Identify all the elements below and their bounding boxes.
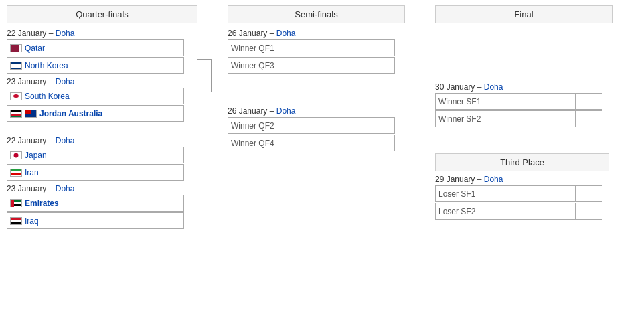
third-place-block: Third Place 29 January – Doha Loser SF1 … xyxy=(435,153,609,220)
sf2-block: 26 January – Doha Winner QF2 Winner QF4 xyxy=(228,106,405,152)
qf1-team2-score xyxy=(157,57,184,74)
sf2-team2-score xyxy=(368,135,395,151)
third-team2-score xyxy=(576,203,602,220)
sf2-team2-row: Winner QF4 xyxy=(228,135,405,151)
qf4-block: 23 January – Doha Emirates xyxy=(7,184,197,230)
sf-column: 26 January – Doha Winner QF1 Winner QF3 … xyxy=(228,29,405,155)
qf4-team1-name: Emirates xyxy=(25,199,59,208)
header-qf: Quarter-finals xyxy=(7,5,197,23)
sf1-team1-score xyxy=(368,39,395,56)
qf4-team1-row: Emirates xyxy=(7,195,197,212)
qf1-date: 22 January – Doha xyxy=(7,29,197,38)
sf2-date: 26 January – Doha xyxy=(228,106,405,116)
third-place-city-link[interactable]: Doha xyxy=(484,175,503,184)
third-team2-cell: Loser SF2 xyxy=(435,203,576,220)
final-team2-row: Winner SF2 xyxy=(435,110,609,127)
sf1-team1-cell: Winner QF1 xyxy=(228,39,368,56)
sf1-block: 26 January – Doha Winner QF1 Winner QF3 xyxy=(228,29,405,74)
qf2-block: 22 January – Doha Japan xyxy=(7,136,197,181)
third-team1-cell: Loser SF1 xyxy=(435,185,576,202)
qf3-team1-row: South Korea xyxy=(7,88,197,104)
flag-ae xyxy=(10,199,22,207)
qf4-date: 23 January – Doha xyxy=(7,184,197,193)
final-team2-score xyxy=(576,110,602,127)
final-team1-cell: Winner SF1 xyxy=(435,93,576,110)
qf2-team2-name: Iran xyxy=(25,168,39,177)
qf1-city-link[interactable]: Doha xyxy=(56,29,75,38)
third-place-label: Third Place xyxy=(435,153,609,171)
qf3-team2-cell: Jordan Australia xyxy=(7,105,157,122)
sf2-team2-cell: Winner QF4 xyxy=(228,135,368,151)
qf2-team1-score xyxy=(157,147,184,163)
final-team1-row: Winner SF1 xyxy=(435,93,609,110)
qf4-team2-name: Iraq xyxy=(25,216,39,226)
qf2-team1-name: Japan xyxy=(25,151,47,160)
connector-qf-sf-top xyxy=(197,42,228,129)
final-team2-cell: Winner SF2 xyxy=(435,110,576,127)
qf1-block: 22 January – Doha Qatar xyxy=(7,29,197,74)
qf4-team2-cell: Iraq xyxy=(7,212,157,229)
qf3-team1-score xyxy=(157,88,184,104)
qf2-team1-cell: Japan xyxy=(7,147,157,163)
third-team1-score xyxy=(576,185,602,202)
qf3-city-link[interactable]: Doha xyxy=(56,77,75,86)
qf1-team2-cell: North Korea xyxy=(7,57,157,74)
sf2-team1-row: Winner QF2 xyxy=(228,117,405,134)
qf2-team2-score xyxy=(157,164,184,181)
qf2-team2-cell: Iran xyxy=(7,164,157,181)
flag-nk xyxy=(10,62,22,70)
third-place-date: 29 January – Doha xyxy=(435,175,609,184)
qf3-team1-cell: South Korea xyxy=(7,88,157,104)
qf3-team2-row: Jordan Australia xyxy=(7,105,197,122)
sf1-team1-row: Winner QF1 xyxy=(228,39,405,56)
qf4-team2-row: Iraq xyxy=(7,212,197,229)
qf2-team2-row: Iran xyxy=(7,164,197,181)
qf3-team1-name: South Korea xyxy=(25,92,70,101)
qf1-team2-name: North Korea xyxy=(25,61,68,70)
qf1-team1-score xyxy=(157,39,184,56)
final-date: 30 January – Doha xyxy=(435,82,609,92)
qf3-team2-name: Jordan Australia xyxy=(39,109,102,118)
final-block: 30 January – Doha Winner SF1 Winner SF2 xyxy=(435,82,609,128)
sf1-city-link[interactable]: Doha xyxy=(276,29,296,38)
qf1-team1-name: Qatar xyxy=(25,44,45,53)
final-column: 30 January – Doha Winner SF1 Winner SF2 … xyxy=(435,29,609,220)
flag-ir xyxy=(10,169,22,177)
qf-column: 22 January – Doha Qatar xyxy=(7,29,197,232)
qf2-date: 22 January – Doha xyxy=(7,136,197,145)
flag-iq xyxy=(10,217,22,225)
final-city-link[interactable]: Doha xyxy=(484,82,503,92)
qf3-block: 23 January – Doha South Korea xyxy=(7,77,197,122)
sf1-date: 26 January – Doha xyxy=(228,29,405,38)
final-team1-score xyxy=(576,93,602,110)
sf1-team2-row: Winner QF3 xyxy=(228,57,405,74)
sf1-team2-cell: Winner QF3 xyxy=(228,57,368,74)
flag-jp xyxy=(10,151,22,159)
third-team2-row: Loser SF2 xyxy=(435,203,609,220)
qf2-city-link[interactable]: Doha xyxy=(56,136,75,145)
header-sf: Semi-finals xyxy=(228,5,405,23)
qf1-team1-row: Qatar xyxy=(7,39,197,56)
sf2-team1-score xyxy=(368,117,395,134)
connector-sf-final xyxy=(405,29,435,196)
flag-sk xyxy=(10,92,22,100)
qf4-team1-cell: Emirates xyxy=(7,195,157,212)
qf2-team1-row: Japan xyxy=(7,147,197,163)
qf1-team1-cell: Qatar xyxy=(7,39,157,56)
sf1-team2-score xyxy=(368,57,395,74)
flag-jo xyxy=(10,110,22,118)
header-final: Final xyxy=(435,5,613,23)
qf4-team1-score xyxy=(157,195,184,212)
qf1-team2-row: North Korea xyxy=(7,57,197,74)
flag-qa xyxy=(10,44,22,52)
qf3-team2-score xyxy=(157,105,184,122)
flag-au xyxy=(25,110,37,118)
qf4-team2-score xyxy=(157,212,184,229)
qf4-city-link[interactable]: Doha xyxy=(56,184,75,193)
sf2-city-link[interactable]: Doha xyxy=(276,106,296,116)
qf3-date: 23 January – Doha xyxy=(7,77,197,86)
sf2-team1-cell: Winner QF2 xyxy=(228,117,368,134)
third-team1-row: Loser SF1 xyxy=(435,185,609,202)
bracket-page: Quarter-finals Semi-finals Final 22 Janu… xyxy=(0,0,644,238)
